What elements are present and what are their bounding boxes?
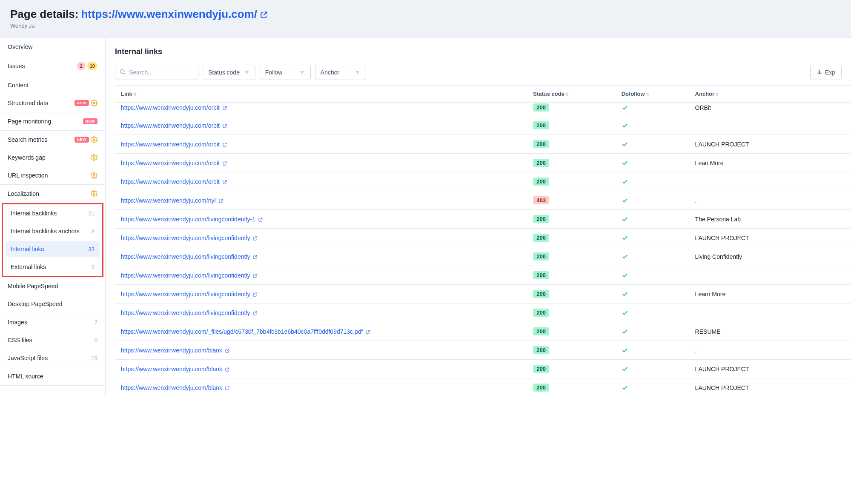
new-badge: NEW — [74, 100, 89, 106]
cell-dofollow — [616, 172, 689, 191]
table-row: https://www.wenxinwendyju.com/livingconf… — [115, 229, 851, 247]
sort-icon: ⇅ — [715, 92, 719, 97]
cell-link[interactable]: https://www.wenxinwendyju.com/orbit — [115, 154, 527, 172]
page-subtitle: Wendy Ju — [10, 23, 841, 29]
gear-icon — [91, 190, 97, 197]
sidebar-item-structured-data[interactable]: Structured dataNEW — [0, 94, 105, 112]
cell-status: 200 — [527, 116, 615, 135]
status-badge: 200 — [533, 327, 549, 335]
table-row: https://www.wenxinwendyju.com/orbit200 — [115, 116, 851, 135]
filter-follow[interactable]: Follow ▼ — [260, 65, 311, 80]
sidebar-item-css-files[interactable]: CSS files0 — [0, 331, 105, 349]
cell-anchor: The Persona Lab — [689, 210, 851, 229]
cell-link[interactable]: https://www.wenxinwendyju.com/orbit — [115, 135, 527, 154]
sidebar-item-mobile-pagespeed[interactable]: Mobile PageSpeed — [0, 277, 105, 295]
sidebar-item-internal-backlinks-anchors[interactable]: Internal backlinks anchors3 — [3, 222, 102, 240]
cell-link[interactable]: https://www.wenxinwendyju.com/livingconf… — [115, 285, 527, 304]
search-icon — [119, 69, 126, 77]
status-badge: 200 — [533, 346, 549, 354]
table-row: https://www.wenxinwendyju.com/orbit200Le… — [115, 154, 851, 172]
sidebar-section: Images7CSS files0JavaScript files10 — [0, 313, 105, 367]
svg-point-1 — [93, 139, 95, 140]
link-url: https://www.wenxinwendyju.com/livingconf… — [121, 272, 250, 279]
cell-link[interactable]: https://www.wenxinwendyju.com/livingconf… — [115, 229, 527, 247]
table-row: https://www.wenxinwendyju.com/orbit200 — [115, 172, 851, 191]
cell-dofollow — [616, 322, 689, 341]
external-link-icon — [252, 309, 258, 316]
page-header: Page details: https://www.wenxinwendyju.… — [0, 0, 851, 38]
sidebar-item-images[interactable]: Images7 — [0, 313, 105, 331]
sidebar-section: Mobile PageSpeedDesktop PageSpeed — [0, 277, 105, 313]
cell-link[interactable]: https://www.wenxinwendyju.com/orbit — [115, 116, 527, 135]
filter-status-code[interactable]: Status code ▼ — [203, 65, 255, 80]
cell-link[interactable]: https://www.wenxinwendyju.com/blank — [115, 341, 527, 360]
sidebar-item-label: Internal backlinks — [11, 210, 57, 217]
page-url-text: https://www.wenxinwendyju.com/ — [81, 8, 257, 21]
link-url: https://www.wenxinwendyju.com/orbit — [121, 122, 220, 129]
status-badge: 403 — [533, 196, 549, 204]
cell-status: 200 — [527, 210, 615, 229]
link-url: https://www.wenxinwendyju.com/livingconf… — [121, 291, 250, 298]
external-link-icon — [252, 291, 258, 298]
sidebar-item-keywords-gap[interactable]: Keywords gap — [0, 149, 105, 166]
cell-dofollow — [616, 304, 689, 322]
sidebar-item-localization[interactable]: Localization — [0, 185, 105, 203]
cell-link[interactable]: https://www.wenxinwendyju.com/orbit — [115, 172, 527, 191]
gear-icon — [91, 172, 97, 179]
sidebar-item-search-metrics[interactable]: Search metricsNEW — [0, 131, 105, 149]
col-dofollow[interactable]: Dofollow⇅ — [616, 86, 689, 103]
status-badge: 200 — [533, 103, 549, 112]
sidebar-item-html-source[interactable]: HTML source — [0, 367, 105, 385]
col-status[interactable]: Status code⇅ — [527, 86, 615, 103]
sidebar-item-url-inspection[interactable]: URL inspection — [0, 166, 105, 184]
sidebar-item-label: Page monitoring — [8, 118, 51, 125]
search-box — [115, 65, 198, 80]
page-url-link[interactable]: https://www.wenxinwendyju.com/ — [81, 8, 267, 21]
issue-badge: 2 — [77, 62, 86, 70]
table-row: https://www.wenxinwendyju.com/blank200. — [115, 341, 851, 360]
cell-status: 200 — [527, 135, 615, 154]
cell-link[interactable]: https://www.wenxinwendyju.com/nyl — [115, 191, 527, 210]
link-url: https://www.wenxinwendyju.com/livingconf… — [121, 253, 250, 260]
cell-link[interactable]: https://www.wenxinwendyju.com/orbit — [115, 103, 527, 116]
cell-link[interactable]: https://www.wenxinwendyju.com/blank — [115, 360, 527, 378]
cell-dofollow — [616, 103, 689, 116]
col-link[interactable]: Link⇅ — [115, 86, 527, 103]
sidebar-item-issues[interactable]: Issues210 — [0, 56, 105, 76]
check-icon — [622, 291, 683, 298]
sort-icon: ⇅ — [646, 92, 649, 97]
table-row: https://www.wenxinwendyju.com/livingconf… — [115, 285, 851, 304]
cell-link[interactable]: https://www.wenxinwendyju.com/livingconf… — [115, 247, 527, 266]
link-url: https://www.wenxinwendyju.com/livingconf… — [121, 309, 250, 316]
status-badge: 200 — [533, 159, 549, 167]
sidebar-item-page-monitoring[interactable]: Page monitoringNEW — [0, 112, 105, 130]
status-badge: 200 — [533, 215, 549, 223]
cell-link[interactable]: https://www.wenxinwendyju.com/livingconf… — [115, 266, 527, 285]
cell-link[interactable]: https://www.wenxinwendyju.com/_files/ugd… — [115, 322, 527, 341]
col-anchor[interactable]: Anchor⇅ — [689, 86, 851, 103]
cell-status: 200 — [527, 322, 615, 341]
gear-icon — [91, 136, 97, 143]
cell-dofollow — [616, 247, 689, 266]
sidebar-item-content[interactable]: Content — [0, 76, 105, 94]
external-link-icon — [225, 347, 230, 354]
sidebar-item-javascript-files[interactable]: JavaScript files10 — [0, 349, 105, 367]
cell-anchor: Learn More — [689, 285, 851, 304]
cell-status: 200 — [527, 229, 615, 247]
download-icon — [817, 69, 822, 76]
external-link-icon — [252, 272, 258, 279]
sidebar-item-internal-links[interactable]: Internal links33 — [6, 241, 100, 257]
sidebar-item-count: 21 — [89, 210, 95, 217]
sidebar-item-external-links[interactable]: External links2 — [3, 258, 102, 276]
cell-anchor: Lean More — [689, 154, 851, 172]
sidebar-item-desktop-pagespeed[interactable]: Desktop PageSpeed — [0, 295, 105, 313]
check-icon — [622, 272, 683, 279]
cell-link[interactable]: https://www.wenxinwendyju.com/livingconf… — [115, 210, 527, 229]
export-button[interactable]: Exp — [810, 65, 842, 80]
sidebar-item-internal-backlinks[interactable]: Internal backlinks21 — [3, 204, 102, 222]
cell-link[interactable]: https://www.wenxinwendyju.com/livingconf… — [115, 304, 527, 322]
search-input[interactable] — [115, 65, 198, 80]
sidebar-item-overview[interactable]: Overview — [0, 38, 105, 56]
filter-anchor[interactable]: Anchor ▼ — [315, 65, 366, 80]
cell-link[interactable]: https://www.wenxinwendyju.com/blank — [115, 378, 527, 397]
